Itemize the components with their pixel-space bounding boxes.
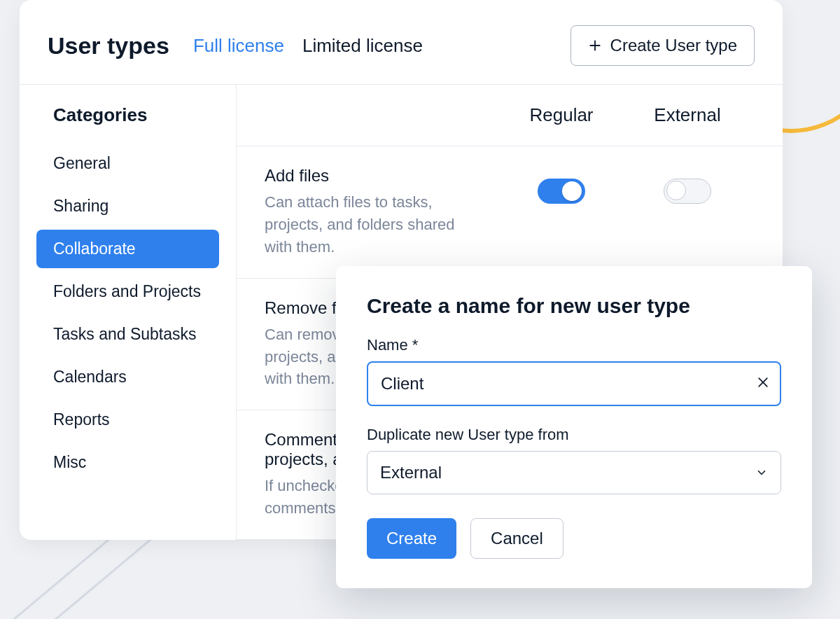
sidebar-item-misc[interactable]: Misc bbox=[36, 443, 219, 482]
create-user-type-modal: Create a name for new user type Name * D… bbox=[336, 266, 812, 588]
permission-title: Add files bbox=[265, 166, 484, 186]
chevron-down-icon bbox=[755, 466, 768, 479]
column-head-external: External bbox=[624, 104, 750, 126]
sidebar-title: Categories bbox=[36, 104, 219, 126]
page-title: User types bbox=[48, 32, 169, 60]
toggle-cell-regular bbox=[498, 166, 624, 204]
column-headers: Regular External bbox=[237, 85, 783, 146]
toggle-cell-external bbox=[624, 166, 750, 204]
categories-sidebar: Categories General Sharing Collaborate F… bbox=[20, 85, 237, 540]
duplicate-label: Duplicate new User type from bbox=[367, 426, 781, 444]
duplicate-from-select[interactable]: External bbox=[367, 451, 781, 494]
name-input-wrap bbox=[367, 361, 781, 406]
name-label: Name * bbox=[367, 336, 781, 354]
name-input[interactable] bbox=[367, 361, 781, 406]
create-user-type-label: Create User type bbox=[610, 36, 737, 55]
toggle-knob bbox=[562, 181, 582, 201]
permission-text: Add files Can attach files to tasks, pro… bbox=[265, 166, 498, 258]
panel-header: User types Full license Limited license … bbox=[20, 0, 783, 85]
close-icon bbox=[756, 375, 770, 389]
sidebar-item-folders[interactable]: Folders and Projects bbox=[36, 272, 219, 311]
tab-limited-license[interactable]: Limited license bbox=[302, 35, 423, 57]
duplicate-from-value: External bbox=[380, 463, 442, 482]
header-spacer bbox=[265, 104, 498, 126]
permission-desc: Can attach files to tasks, projects, and… bbox=[265, 191, 484, 258]
sidebar-item-collaborate[interactable]: Collaborate bbox=[36, 230, 219, 268]
toggle-add-files-regular[interactable] bbox=[538, 179, 585, 204]
tab-full-license[interactable]: Full license bbox=[193, 35, 284, 57]
column-head-regular: Regular bbox=[498, 104, 624, 126]
sidebar-item-reports[interactable]: Reports bbox=[36, 401, 219, 439]
sidebar-item-tasks[interactable]: Tasks and Subtasks bbox=[36, 315, 219, 354]
license-tabs: Full license Limited license bbox=[193, 35, 547, 57]
cancel-button[interactable]: Cancel bbox=[470, 518, 564, 559]
toggle-knob bbox=[666, 181, 686, 200]
toggle-add-files-external[interactable] bbox=[664, 179, 711, 204]
modal-actions: Create Cancel bbox=[367, 518, 781, 559]
plus-icon bbox=[588, 39, 602, 53]
sidebar-item-calendars[interactable]: Calendars bbox=[36, 358, 219, 396]
sidebar-item-general[interactable]: General bbox=[36, 144, 219, 183]
create-user-type-button[interactable]: Create User type bbox=[570, 25, 755, 66]
permission-row-add-files: Add files Can attach files to tasks, pro… bbox=[237, 146, 783, 279]
modal-title: Create a name for new user type bbox=[367, 294, 781, 318]
clear-input-icon[interactable] bbox=[756, 374, 770, 394]
sidebar-item-sharing[interactable]: Sharing bbox=[36, 187, 219, 225]
create-button[interactable]: Create bbox=[367, 518, 456, 559]
